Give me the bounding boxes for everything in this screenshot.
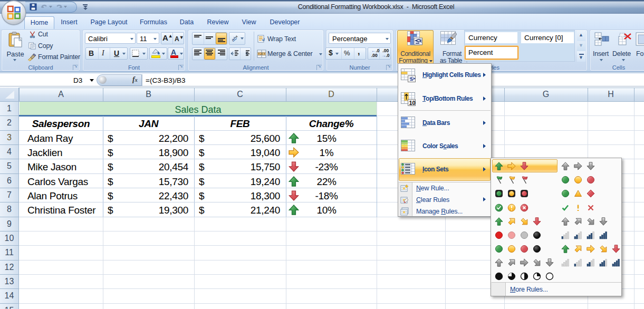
svg-text:10: 10 [409,100,416,106]
svg-text:a: a [261,51,263,56]
